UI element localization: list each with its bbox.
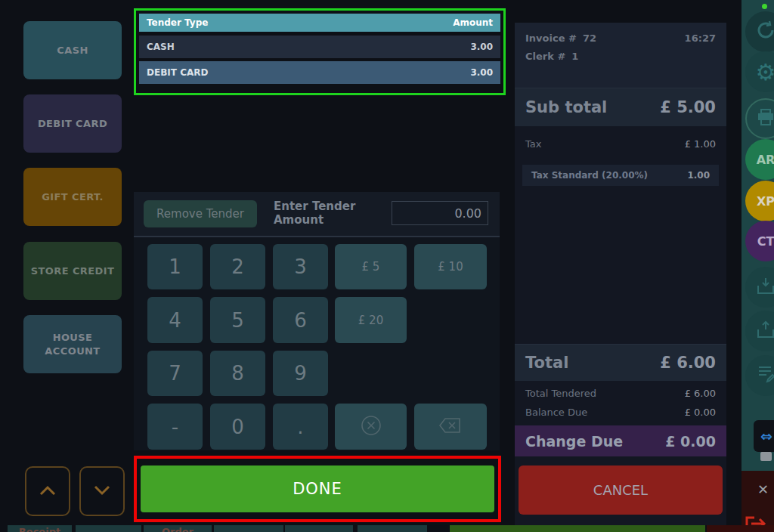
clerk-number-value: 1: [571, 51, 578, 62]
tender-type-header: Tender Type: [147, 17, 208, 28]
numpad-key-2[interactable]: 2: [210, 244, 265, 289]
download-icon: [756, 276, 774, 298]
numpad-key-5[interactable]: 5: [210, 297, 265, 343]
invoice-number-label: Invoice #: [525, 32, 577, 44]
numpad-key-10-pounds[interactable]: £ 10: [414, 244, 487, 289]
total-row: Total £ 6.00: [515, 344, 726, 381]
tender-button-gift-cert[interactable]: GIFT CERT.: [23, 168, 122, 226]
done-button[interactable]: DONE: [141, 466, 494, 512]
total-value: £ 6.00: [660, 354, 716, 372]
chevron-down-icon: [93, 484, 111, 499]
cancel-button[interactable]: CANCEL: [519, 466, 723, 515]
numpad-backspace-button[interactable]: [414, 404, 487, 450]
tax-detail-value: 1.00: [687, 170, 710, 181]
remote-support-icon: ⇔: [760, 428, 772, 444]
remote-support-button[interactable]: ⇔: [754, 420, 774, 452]
change-due-row: Change Due £ 0.00: [515, 425, 726, 456]
tax-detail-label: Tax Standard (20.00%): [531, 170, 648, 181]
subtotal-row: Sub total £ 5.00: [515, 88, 726, 126]
tender-button-house-account[interactable]: HOUSE ACCOUNT: [23, 315, 122, 373]
time-display: 16:27: [685, 32, 716, 44]
status-dot: [762, 4, 767, 9]
totals-panel: Invoice #72 16:27 Clerk #1 Sub total £ 5…: [515, 23, 726, 525]
numpad-key-9[interactable]: 9: [273, 351, 328, 396]
bottom-tab[interactable]: [285, 525, 353, 532]
tax-value: £ 1.00: [685, 138, 716, 150]
enter-tender-amount-label: Enter Tender Amount: [274, 192, 385, 234]
bottom-bar-red-segment[interactable]: [707, 525, 774, 532]
close-button[interactable]: ✕: [757, 481, 769, 497]
change-due-value: £ 0.00: [665, 433, 716, 450]
upload-icon: [756, 320, 774, 342]
refresh-icon: [754, 19, 774, 45]
tender-row-amount: 3.00: [470, 67, 493, 78]
tender-button-store-credit[interactable]: STORE CREDIT: [23, 242, 122, 300]
numpad-clear-button[interactable]: [335, 404, 407, 450]
total-tendered-label: Total Tendered: [525, 388, 596, 399]
numpad-key-3[interactable]: 3: [273, 244, 328, 289]
balance-due-row: Balance Due £ 0.00: [515, 403, 726, 421]
subtotal-label: Sub total: [525, 98, 607, 116]
remote-support-tab: [760, 452, 772, 461]
chevron-up-icon: [39, 484, 57, 499]
numpad: 1 2 3 £ 5 £ 10 4 5 6 £ 20 7 8 9 - 0 .: [134, 237, 500, 450]
clerk-number-label: Clerk #: [525, 51, 565, 62]
numpad-key-0[interactable]: 0: [210, 404, 265, 450]
change-due-label: Change Due: [525, 433, 623, 450]
tender-table-highlight: Tender Type Amount CASH 3.00 DEBIT CARD …: [134, 8, 506, 95]
bottom-tab[interactable]: [358, 525, 427, 532]
tax-label: Tax: [525, 138, 541, 150]
numpad-key-5-pounds[interactable]: £ 5: [335, 244, 407, 289]
tax-row: Tax £ 1.00: [515, 131, 726, 156]
tender-entry-bar: Remove Tender Enter Tender Amount: [134, 192, 500, 237]
scroll-down-button[interactable]: [79, 466, 125, 516]
numpad-key-minus[interactable]: -: [147, 404, 203, 450]
bottom-tab[interactable]: [214, 525, 283, 532]
numpad-key-6[interactable]: 6: [273, 297, 328, 343]
tender-button-debit-card[interactable]: DEBIT CARD: [23, 94, 122, 153]
remove-tender-button[interactable]: Remove Tender: [144, 200, 257, 227]
scroll-up-button[interactable]: [25, 466, 70, 516]
table-row[interactable]: DEBIT CARD 3.00: [139, 61, 500, 84]
numpad-key-8[interactable]: 8: [210, 351, 265, 396]
invoice-info-block: Invoice #72 16:27 Clerk #1: [515, 23, 726, 88]
balance-due-label: Balance Due: [525, 407, 587, 418]
tender-amount-input[interactable]: [392, 201, 488, 225]
total-tendered-value: £ 6.00: [685, 388, 716, 399]
bottom-tab-receipt[interactable]: Receipt: [8, 525, 72, 532]
total-tendered-row: Total Tendered £ 6.00: [515, 384, 726, 402]
total-label: Total: [525, 354, 568, 372]
balance-due-value: £ 0.00: [685, 407, 716, 418]
tender-table-header: Tender Type Amount: [139, 14, 500, 32]
pos-payment-screen: CASH DEBIT CARD GIFT CERT. STORE CREDIT …: [0, 0, 774, 532]
numpad-key-4[interactable]: 4: [147, 297, 203, 343]
backspace-icon: [438, 416, 463, 438]
done-button-highlight: DONE: [134, 456, 501, 522]
subtotal-value: £ 5.00: [660, 98, 716, 116]
tax-detail-row: Tax Standard (20.00%) 1.00: [522, 165, 719, 186]
notes-icon: [756, 364, 774, 387]
numpad-key-20-pounds[interactable]: £ 20: [335, 297, 407, 343]
numpad-key-7[interactable]: 7: [147, 351, 203, 396]
close-icon: ✕: [757, 481, 769, 497]
numpad-key-1[interactable]: 1: [147, 244, 203, 289]
numpad-key-decimal[interactable]: .: [273, 404, 328, 450]
invoice-number-value: 72: [583, 32, 596, 44]
tender-button-cash[interactable]: CASH: [23, 21, 122, 79]
tender-row-amount: 3.00: [470, 42, 493, 52]
bottom-bar-green-segment[interactable]: [450, 525, 705, 532]
amount-header: Amount: [453, 17, 493, 28]
circle-x-icon: [358, 413, 384, 441]
bottom-tab[interactable]: [76, 525, 141, 532]
gear-icon: ⚙: [756, 59, 774, 85]
table-row[interactable]: CASH 3.00: [139, 36, 500, 58]
bottom-tab-order[interactable]: Order: [144, 525, 212, 532]
tender-row-type: CASH: [147, 42, 175, 52]
printer-icon: [756, 108, 774, 129]
tender-row-type: DEBIT CARD: [147, 67, 208, 78]
